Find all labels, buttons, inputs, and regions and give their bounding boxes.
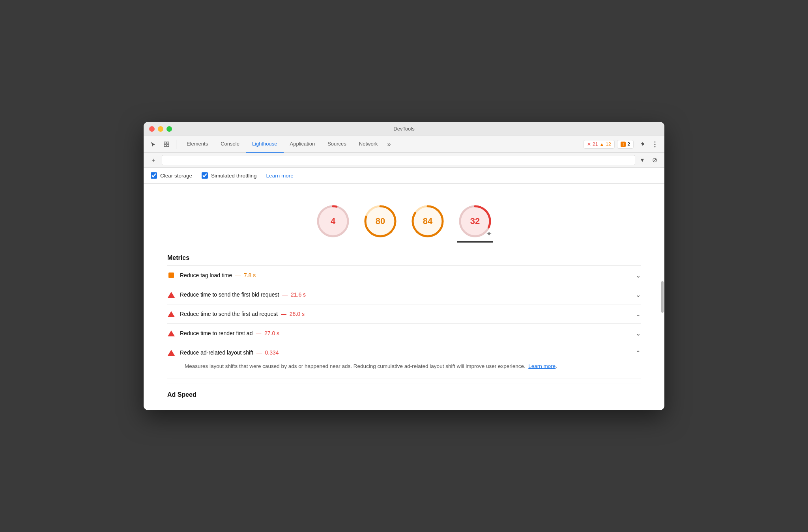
- tab-sources[interactable]: Sources: [321, 136, 353, 153]
- scrollbar[interactable]: [661, 281, 664, 313]
- cursor-icon[interactable]: [148, 139, 159, 150]
- clear-storage-checkbox[interactable]: [151, 172, 157, 179]
- add-button[interactable]: +: [148, 155, 159, 165]
- settings-button[interactable]: [636, 139, 647, 150]
- warn-count: 12: [606, 142, 611, 147]
- score-3[interactable]: 84: [410, 203, 445, 243]
- metric-row-1[interactable]: Reduce tag load time — 7.8 s ⌄: [167, 266, 641, 285]
- metric-label-4: Reduce time to render first ad — 27.0 s: [180, 330, 632, 336]
- triangle-icon-2: [168, 292, 175, 298]
- clear-storage-label[interactable]: Clear storage: [151, 172, 192, 179]
- tab-network[interactable]: Network: [353, 136, 384, 153]
- info-icon: !: [621, 142, 626, 147]
- metric-dash-4: —: [256, 330, 261, 336]
- title-bar: DevTools: [144, 122, 664, 136]
- score-circle-1: 4: [315, 203, 351, 239]
- score-2[interactable]: 80: [363, 203, 398, 243]
- metric-icon-1: [167, 271, 175, 279]
- score-4[interactable]: 32 ✦: [457, 203, 493, 243]
- score-value-1: 4: [331, 216, 335, 226]
- score-value-2: 80: [376, 216, 385, 226]
- metric-row-2[interactable]: Reduce time to send the first bid reques…: [167, 285, 641, 304]
- metric-icon-2: [167, 291, 175, 299]
- metric-dash-2: —: [282, 291, 288, 298]
- metric-value-2: 21.6 s: [291, 291, 306, 298]
- svg-rect-3: [167, 145, 169, 147]
- dropdown-arrow[interactable]: ▾: [638, 155, 646, 165]
- info-count: 2: [627, 142, 630, 147]
- no-entry-icon: ⊘: [649, 155, 660, 165]
- traffic-lights: [149, 126, 172, 132]
- svg-rect-2: [164, 145, 166, 147]
- expanded-learn-more-link[interactable]: Learn more: [528, 363, 556, 369]
- devtools-window: DevTools Elements Console: [144, 122, 664, 410]
- tab-lighthouse[interactable]: Lighthouse: [246, 136, 284, 153]
- settings-bar: Clear storage Simulated throttling Learn…: [144, 168, 664, 184]
- chevron-icon-2: ⌄: [636, 291, 641, 299]
- main-wrapper: 4 80: [144, 184, 664, 410]
- metric-label-3: Reduce time to send the first ad request…: [180, 311, 632, 317]
- metric-row-3[interactable]: Reduce time to send the first ad request…: [167, 304, 641, 324]
- svg-point-4: [655, 141, 656, 142]
- metric-dash-1: —: [235, 272, 241, 278]
- metric-row-5[interactable]: Reduce ad-related layout shift — 0.334 ⌄: [167, 343, 641, 362]
- plugin-icon: ✦: [486, 230, 492, 238]
- more-options-button[interactable]: [649, 139, 660, 150]
- error-count: 21: [593, 142, 598, 147]
- tab-application[interactable]: Application: [284, 136, 322, 153]
- score-circle-2: 80: [363, 203, 398, 239]
- metric-value-4: 27.0 s: [264, 330, 279, 336]
- metric-icon-3: [167, 310, 175, 318]
- metric-expanded-5: Measures layout shifts that were caused …: [167, 362, 641, 379]
- window-title: DevTools: [393, 126, 414, 132]
- chevron-icon-3: ⌄: [636, 310, 641, 318]
- tab-icons: [148, 139, 172, 150]
- chevron-icon-1: ⌄: [636, 272, 641, 279]
- active-score-indicator: [457, 241, 493, 243]
- info-badge[interactable]: ! 2: [617, 140, 634, 149]
- tab-right-controls: ✕ 21 ▲ 12 ! 2: [584, 139, 660, 150]
- tab-console[interactable]: Console: [214, 136, 246, 153]
- learn-more-link[interactable]: Learn more: [266, 173, 294, 179]
- metric-value-5: 0.334: [265, 349, 279, 356]
- metric-value-1: 7.8 s: [244, 272, 256, 278]
- metric-value-3: 26.0 s: [290, 311, 305, 317]
- metric-label-1: Reduce tag load time — 7.8 s: [180, 272, 632, 278]
- triangle-icon-3: [168, 311, 175, 317]
- tab-divider: [176, 140, 176, 149]
- minimize-button[interactable]: [158, 126, 163, 132]
- square-icon: [168, 273, 174, 278]
- svg-rect-0: [164, 142, 166, 144]
- scores-section: 4 80: [144, 192, 664, 246]
- inspect-icon[interactable]: [161, 139, 172, 150]
- metric-row-4[interactable]: Reduce time to render first ad — 27.0 s …: [167, 324, 641, 343]
- error-badge[interactable]: ✕ 21 ▲ 12: [584, 140, 615, 149]
- metric-description-5: Measures layout shifts that were caused …: [185, 362, 641, 371]
- error-icon: ✕: [587, 142, 591, 147]
- maximize-button[interactable]: [166, 126, 172, 132]
- score-circle-4: 32 ✦: [457, 203, 493, 239]
- metric-dash-5: —: [256, 349, 262, 356]
- score-value-4: 32: [470, 216, 480, 226]
- main-content: 4 80: [144, 184, 664, 410]
- metric-dash-3: —: [281, 311, 286, 317]
- simulated-throttling-label[interactable]: Simulated throttling: [202, 172, 257, 179]
- svg-rect-1: [167, 142, 169, 144]
- svg-point-6: [655, 146, 656, 147]
- metric-icon-4: [167, 329, 175, 337]
- url-input[interactable]: [162, 155, 635, 165]
- tab-elements[interactable]: Elements: [180, 136, 214, 153]
- score-value-3: 84: [423, 216, 432, 226]
- metrics-section: Metrics Reduce tag load time — 7.8 s ⌄: [144, 246, 664, 402]
- triangle-icon-4: [168, 330, 175, 336]
- chevron-icon-5-up: ⌄: [636, 349, 641, 357]
- metric-label-5: Reduce ad-related layout shift — 0.334: [180, 349, 632, 356]
- ad-speed-title: Ad Speed: [167, 383, 641, 402]
- toolbar: + ▾ ⊘: [144, 153, 664, 168]
- simulated-throttling-checkbox[interactable]: [202, 172, 208, 179]
- more-tabs-button[interactable]: »: [384, 136, 394, 153]
- score-1[interactable]: 4: [315, 203, 351, 243]
- metric-label-2: Reduce time to send the first bid reques…: [180, 291, 632, 298]
- chevron-icon-4: ⌄: [636, 330, 641, 337]
- close-button[interactable]: [149, 126, 155, 132]
